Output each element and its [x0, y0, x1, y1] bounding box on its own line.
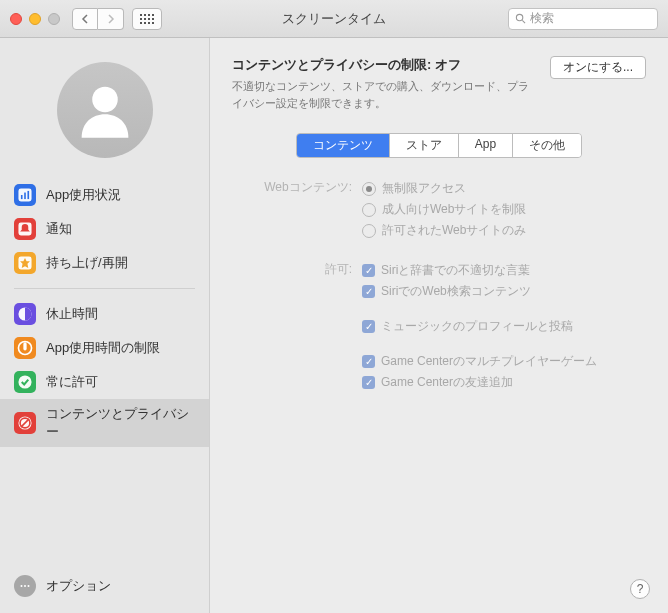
radio-label: 成人向けWebサイトを制限	[382, 201, 526, 218]
sidebar-item[interactable]: App使用時間の制限	[0, 331, 209, 365]
main-panel: コンテンツとプライバシーの制限: オフ 不適切なコンテンツ、ストアでの購入、ダウ…	[210, 38, 668, 613]
svg-line-1	[522, 20, 525, 23]
sidebar-icon	[14, 303, 36, 325]
radio-option[interactable]: 無制限アクセス	[362, 178, 646, 199]
options-icon	[14, 575, 36, 597]
sidebar-item[interactable]: 休止時間	[0, 297, 209, 331]
checkbox-label: Game Centerのマルチプレイヤーゲーム	[381, 353, 597, 370]
sidebar-separator	[14, 288, 195, 289]
radio-label: 許可されたWebサイトのみ	[382, 222, 526, 239]
web-content-label: Webコンテンツ:	[232, 178, 362, 196]
checkbox-option[interactable]: ✓ミュージックのプロフィールと投稿	[362, 316, 646, 337]
tab-item[interactable]: コンテンツ	[297, 134, 390, 157]
checkbox-icon: ✓	[362, 355, 375, 368]
sidebar: App使用状況通知持ち上げ/再開 休止時間App使用時間の制限常に許可コンテンツ…	[0, 38, 210, 613]
minimize-window-button[interactable]	[29, 13, 41, 25]
nav-buttons	[72, 8, 124, 30]
svg-point-18	[28, 585, 30, 587]
radio-icon	[362, 224, 376, 238]
allow-options: ✓Siriと辞書での不適切な言葉✓SiriでのWeb検索コンテンツ✓ミュージック…	[362, 260, 646, 393]
sidebar-item[interactable]: コンテンツとプライバシー	[0, 399, 209, 447]
back-button[interactable]	[72, 8, 98, 30]
sidebar-icon	[14, 218, 36, 240]
svg-point-0	[516, 14, 522, 20]
sidebar-item[interactable]: 常に許可	[0, 365, 209, 399]
page-title-state: オフ	[435, 57, 461, 72]
checkbox-label: Game Centerの友達追加	[381, 374, 513, 391]
sidebar-item-label: 常に許可	[46, 373, 98, 391]
show-all-button[interactable]	[132, 8, 162, 30]
sidebar-item[interactable]: 通知	[0, 212, 209, 246]
avatar	[57, 62, 153, 158]
checkbox-option[interactable]: ✓Game Centerの友達追加	[362, 372, 646, 393]
checkbox-icon: ✓	[362, 376, 375, 389]
radio-icon	[362, 182, 376, 196]
radio-icon	[362, 203, 376, 217]
sidebar-item-label: 通知	[46, 220, 72, 238]
sidebar-icon	[14, 184, 36, 206]
svg-rect-6	[27, 191, 29, 199]
sidebar-footer: オプション	[0, 565, 209, 613]
tab-bar: コンテンツストアAppその他	[232, 133, 646, 158]
turn-on-button[interactable]: オンにする...	[550, 56, 646, 79]
zoom-window-button[interactable]	[48, 13, 60, 25]
checkbox-option[interactable]: ✓Game Centerのマルチプレイヤーゲーム	[362, 351, 646, 372]
sidebar-item-label: App使用時間の制限	[46, 339, 160, 357]
allow-label: 許可:	[232, 260, 362, 278]
sidebar-icon	[14, 337, 36, 359]
web-content-options: 無制限アクセス成人向けWebサイトを制限許可されたWebサイトのみ	[362, 178, 646, 241]
window-title: スクリーンタイム	[282, 10, 386, 28]
help-button[interactable]: ?	[630, 579, 650, 599]
svg-rect-4	[21, 195, 23, 199]
grid-icon	[140, 14, 154, 24]
forward-button[interactable]	[98, 8, 124, 30]
ellipsis-icon	[19, 580, 31, 592]
checkbox-label: SiriでのWeb検索コンテンツ	[381, 283, 531, 300]
radio-label: 無制限アクセス	[382, 180, 466, 197]
sidebar-icon	[14, 412, 36, 434]
svg-point-16	[21, 585, 23, 587]
checkbox-option[interactable]: ✓Siriと辞書での不適切な言葉	[362, 260, 646, 281]
page-title-prefix: コンテンツとプライバシーの制限:	[232, 57, 435, 72]
page-description: 不適切なコンテンツ、ストアでの購入、ダウンロード、プライバシー設定を制限できます…	[232, 78, 538, 111]
sidebar-item-label: 持ち上げ/再開	[46, 254, 128, 272]
sidebar-list-limits: 休止時間App使用時間の制限常に許可コンテンツとプライバシー	[0, 295, 209, 449]
page-title: コンテンツとプライバシーの制限: オフ	[232, 56, 538, 74]
tab-item[interactable]: ストア	[390, 134, 459, 157]
search-input[interactable]: 検索	[508, 8, 658, 30]
close-window-button[interactable]	[10, 13, 22, 25]
checkbox-icon: ✓	[362, 264, 375, 277]
checkbox-label: ミュージックのプロフィールと投稿	[381, 318, 573, 335]
titlebar: スクリーンタイム 検索	[0, 0, 668, 38]
sidebar-item-label: 休止時間	[46, 305, 98, 323]
svg-rect-11	[23, 342, 26, 350]
checkbox-icon: ✓	[362, 285, 375, 298]
search-icon	[515, 13, 526, 24]
checkbox-option[interactable]: ✓SiriでのWeb検索コンテンツ	[362, 281, 646, 302]
checkbox-icon: ✓	[362, 320, 375, 333]
sidebar-icon	[14, 252, 36, 274]
sidebar-item-label: コンテンツとプライバシー	[46, 405, 195, 441]
svg-rect-5	[24, 193, 26, 200]
radio-option[interactable]: 許可されたWebサイトのみ	[362, 220, 646, 241]
tab-item[interactable]: App	[459, 134, 513, 157]
options-button[interactable]: オプション	[46, 577, 111, 595]
avatar-container	[0, 38, 209, 176]
person-icon	[71, 76, 139, 144]
sidebar-list-usage: App使用状況通知持ち上げ/再開	[0, 176, 209, 282]
sidebar-item-label: App使用状況	[46, 186, 121, 204]
radio-option[interactable]: 成人向けWebサイトを制限	[362, 199, 646, 220]
svg-point-2	[92, 87, 118, 113]
svg-point-17	[24, 585, 26, 587]
traffic-lights	[10, 13, 60, 25]
sidebar-item[interactable]: App使用状況	[0, 178, 209, 212]
tab-item[interactable]: その他	[513, 134, 581, 157]
sidebar-item[interactable]: 持ち上げ/再開	[0, 246, 209, 280]
checkbox-label: Siriと辞書での不適切な言葉	[381, 262, 530, 279]
search-placeholder: 検索	[530, 10, 554, 27]
sidebar-icon	[14, 371, 36, 393]
